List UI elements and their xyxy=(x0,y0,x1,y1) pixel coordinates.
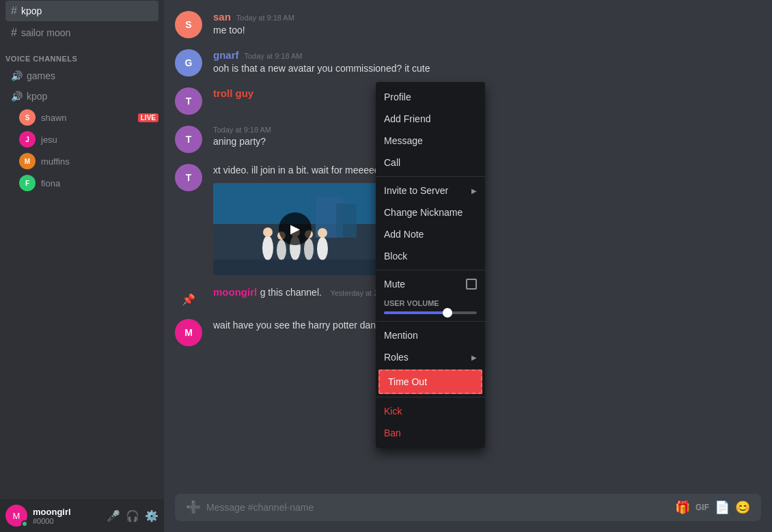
svg-rect-4 xyxy=(336,204,357,238)
avatar: T xyxy=(175,164,202,191)
message-time: Today at 9:18 AM xyxy=(236,14,294,22)
add-attachment-icon[interactable]: ➕ xyxy=(186,500,201,515)
voice-channel-games[interactable]: 🔊 games xyxy=(5,66,158,85)
message-header: gnarf Today at 9:18 AM xyxy=(213,49,761,61)
video-play-button[interactable]: ▶ xyxy=(279,212,312,245)
member-name: muffins xyxy=(41,156,70,167)
ctx-change-nickname[interactable]: Change Nickname xyxy=(376,201,485,223)
voice-member-jesu[interactable]: J jesu xyxy=(0,128,164,150)
avatar: G xyxy=(175,49,202,76)
channel-sailor-moon[interactable]: # sailor moon xyxy=(5,23,158,43)
ctx-call[interactable]: Call xyxy=(376,152,485,173)
chat-input-area: ➕ 🎁 GIF 📄 😊 xyxy=(164,483,772,532)
ctx-add-friend[interactable]: Add Friend xyxy=(376,108,485,130)
submenu-arrow-icon: ▶ xyxy=(471,354,477,361)
ctx-label: Kick xyxy=(384,406,402,417)
voice-member-shawn[interactable]: S shawn LIVE xyxy=(0,107,164,128)
gift-icon[interactable]: 🎁 xyxy=(675,500,690,515)
ctx-roles[interactable]: Roles ▶ xyxy=(376,346,485,368)
ctx-block[interactable]: Block xyxy=(376,245,485,267)
ctx-invite-to-server[interactable]: Invite to Server ▶ xyxy=(376,180,485,201)
emoji-icon[interactable]: 😊 xyxy=(735,500,750,515)
ctx-mention[interactable]: Mention xyxy=(376,324,485,346)
ctx-label: Roles xyxy=(384,352,409,363)
member-name: jesu xyxy=(41,135,57,145)
ctx-divider xyxy=(376,397,485,397)
main-content: S san Today at 9:18 AM me too! G gnarf T… xyxy=(164,0,772,532)
volume-slider-thumb[interactable] xyxy=(443,308,452,318)
ctx-volume-section: User Volume xyxy=(376,295,485,318)
member-avatar: S xyxy=(19,109,36,126)
ctx-ban[interactable]: Ban xyxy=(376,422,485,444)
message-content: moongirl g this channel. Yesterday at 2:… xyxy=(213,286,761,300)
message-content: san Today at 9:18 AM me too! xyxy=(213,11,761,38)
chat-input-wrapper: ➕ 🎁 GIF 📄 😊 xyxy=(175,494,761,521)
ctx-label: Mention xyxy=(384,330,418,341)
ctx-label: Invite to Server xyxy=(384,185,448,196)
message-time: Today at 9:18 AM xyxy=(213,126,271,134)
footer-user-info: moongirl #0000 xyxy=(33,507,101,525)
video-embed[interactable]: ▶ xyxy=(213,183,377,275)
message-text: g this channel. xyxy=(260,287,322,298)
messages-area: S san Today at 9:18 AM me too! G gnarf T… xyxy=(164,0,772,483)
chat-input[interactable] xyxy=(206,494,670,521)
member-avatar: F xyxy=(19,175,36,191)
message-author: moongirl xyxy=(213,286,257,298)
footer-username: moongirl xyxy=(33,507,101,517)
settings-icon[interactable]: ⚙️ xyxy=(145,509,158,522)
ctx-divider xyxy=(376,176,485,177)
member-avatar: J xyxy=(19,131,36,148)
submenu-arrow-icon: ▶ xyxy=(471,187,477,195)
live-badge: LIVE xyxy=(138,113,158,122)
member-name: shawn xyxy=(41,113,67,123)
sticker-icon[interactable]: 📄 xyxy=(715,500,730,515)
ctx-label: Ban xyxy=(384,428,401,438)
message-content: troll guy xyxy=(213,87,761,100)
svg-point-13 xyxy=(317,237,328,260)
avatar: T xyxy=(175,126,202,153)
pin-icon: 📌 xyxy=(182,293,195,306)
gif-icon[interactable]: GIF xyxy=(695,503,709,512)
footer-tag: #0000 xyxy=(33,517,101,525)
message-author: gnarf xyxy=(213,49,239,61)
ctx-message[interactable]: Message xyxy=(376,130,485,152)
svg-point-7 xyxy=(277,240,286,260)
message-author: troll guy xyxy=(213,87,253,99)
message-text: aning party? xyxy=(213,135,761,149)
channel-kpop[interactable]: # kpop xyxy=(5,1,158,21)
message-text: wait have you see the harry potter dance… xyxy=(213,319,761,333)
hash-icon: # xyxy=(11,5,17,17)
svg-point-5 xyxy=(262,236,273,260)
message-time: Today at 9:18 AM xyxy=(245,52,303,60)
message-san: S san Today at 9:18 AM me too! xyxy=(175,11,761,38)
mute-checkbox[interactable] xyxy=(466,279,477,290)
voice-channel-name: kpop xyxy=(27,91,47,102)
member-name: fiona xyxy=(41,178,60,188)
ctx-label: Add Note xyxy=(384,229,424,240)
speaker-icon: 🔊 xyxy=(11,91,23,102)
message-header: troll guy xyxy=(213,87,761,99)
message-content: wait have you see the harry potter dance… xyxy=(213,319,761,333)
message-text: me too! xyxy=(213,24,761,38)
message-gnarf: G gnarf Today at 9:18 AM ooh is that a n… xyxy=(175,49,761,76)
ctx-label: Message xyxy=(384,135,423,146)
channel-name: sailor moon xyxy=(21,27,70,38)
ctx-mute[interactable]: Mute xyxy=(376,273,485,295)
microphone-icon[interactable]: 🎤 xyxy=(107,509,120,522)
ctx-profile[interactable]: Profile xyxy=(376,86,485,108)
voice-channel-kpop[interactable]: 🔊 kpop xyxy=(5,87,158,106)
headphones-icon[interactable]: 🎧 xyxy=(126,509,139,522)
ctx-timeout[interactable]: Time Out xyxy=(378,369,482,394)
volume-slider-fill xyxy=(384,311,444,314)
sidebar-footer: M moongirl #0000 🎤 🎧 ⚙️ xyxy=(0,499,164,532)
volume-label: User Volume xyxy=(384,299,477,307)
voice-member-fiona[interactable]: F fiona xyxy=(0,172,164,194)
ctx-add-note[interactable]: Add Note xyxy=(376,223,485,245)
message-header: san Today at 9:18 AM xyxy=(213,11,761,23)
voice-member-muffins[interactable]: M muffins xyxy=(0,150,164,172)
ctx-label: Mute xyxy=(384,279,405,290)
ctx-kick[interactable]: Kick xyxy=(376,400,485,422)
sidebar: # kpop # sailor moon VOICE CHANNELS 🔊 ga… xyxy=(0,0,164,532)
context-menu: Profile Add Friend Message Call Invite t… xyxy=(376,82,485,448)
volume-slider-track[interactable] xyxy=(384,311,477,314)
